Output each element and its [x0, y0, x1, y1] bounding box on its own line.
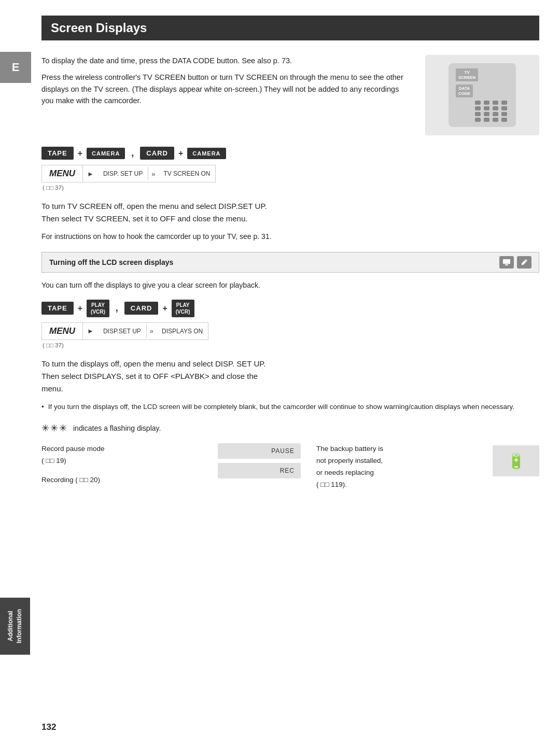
remote-illustration: TV SCREEN DATA CODE: [425, 55, 539, 135]
menu-item-disp-setup-2: DISP.SET UP: [98, 324, 147, 338]
remote-label-row: TV SCREEN: [456, 68, 509, 81]
remote-dot: [475, 112, 481, 116]
tape-button-2: TAPE: [41, 302, 74, 315]
remote-dot: [501, 101, 507, 105]
menu-arrow-2: ►: [83, 324, 98, 338]
remote-buttons-grid: [475, 101, 509, 122]
menu-item-displays: DISPLAYS ON: [157, 324, 208, 338]
pencil-icon: [520, 258, 528, 266]
comma-1: ,: [131, 148, 134, 159]
additional-info-text: AdditionalInformation: [6, 609, 24, 643]
menu-arrow-1: ►: [83, 167, 98, 181]
tape-button-1: TAPE: [41, 147, 74, 160]
battery-text2: not properly installed,: [316, 455, 477, 467]
intro-text: To display the date and time, press the …: [41, 55, 413, 135]
remote-dot: [493, 118, 498, 122]
page-wrapper: E Screen Displays To display the date an…: [0, 0, 560, 748]
additional-info-sidebar: AdditionalInformation: [0, 598, 30, 655]
plus-sign-2: +: [178, 149, 183, 158]
menu-sub-label-1: ( □□ 37): [43, 185, 539, 191]
bullet-text: If you turn the displays off, the LCD sc…: [48, 401, 514, 413]
monitor-icon: [502, 258, 511, 266]
lcd-section-title: Turning off the LCD screen displays: [49, 258, 173, 266]
battery-page-ref: ( □□ 119).: [316, 479, 477, 491]
menu-row-1: MENU ► DISP. SET UP » TV SCREEN ON: [41, 165, 216, 182]
remote-dot: [493, 101, 498, 105]
menu-section-1: MENU ► DISP. SET UP » TV SCREEN ON ( □□ …: [41, 165, 539, 191]
bottom-section: ✳✳✳ indicates a flashing display. Record…: [41, 422, 539, 491]
rec-display: REC: [218, 463, 301, 478]
svg-rect-0: [503, 259, 510, 264]
menu-sub-label-2: ( □□ 37): [43, 342, 539, 348]
plus-sign-3: +: [78, 304, 82, 313]
remote-data-code-label: DATA CODE: [456, 84, 473, 97]
page-title: Screen Displays: [51, 21, 530, 35]
intro-para2: Press the wireless controller's TV SCREE…: [41, 72, 413, 106]
plus-sign-1: +: [78, 149, 82, 158]
bottom-middle: PAUSE REC: [218, 443, 301, 478]
top-section: To display the date and time, press the …: [41, 55, 539, 135]
battery-icon-box: 🔋: [493, 445, 539, 476]
camera-button-1: CAMERA: [87, 148, 125, 159]
menu-section-2: MENU ► DISP.SET UP » DISPLAYS ON ( □□ 37…: [41, 322, 539, 348]
svg-rect-1: [505, 264, 508, 265]
bottom-info-row: Record pause mode ( □□ 19) Recording ( □…: [41, 443, 539, 491]
card-button-1: CARD: [140, 147, 174, 160]
remote-dot: [501, 118, 507, 122]
flash-symbol: ✳✳✳: [41, 422, 68, 434]
remote-tv-screen-label: TV SCREEN: [456, 68, 478, 81]
instruction-displays: To turn the displays off, open the menu …: [41, 358, 539, 395]
menu-item-tv-screen: TV SCREEN ON: [158, 167, 215, 180]
menu-item-disp-setup: DISP. SET UP: [98, 167, 148, 180]
page-number: 132: [41, 722, 56, 732]
bottom-left: Record pause mode ( □□ 19) Recording ( □…: [41, 443, 202, 486]
remote-body: TV SCREEN DATA CODE: [449, 63, 516, 127]
bullet-point: • If you turn the displays off, the LCD …: [41, 401, 539, 413]
flash-text: indicates a flashing display.: [73, 424, 161, 432]
remote-dot: [484, 106, 489, 110]
menu-arrow-right-1: »: [148, 167, 158, 181]
section-letter: E: [12, 61, 20, 74]
pause-display: PAUSE: [218, 443, 301, 459]
button-row-1: TAPE + CAMERA , CARD + CAMERA: [41, 147, 539, 160]
menu-label-2: MENU: [42, 323, 83, 340]
instruction-hook-up: For instructions on how to hook the camc…: [41, 231, 539, 243]
battery-text3: or needs replacing: [316, 467, 477, 479]
remote-dot: [475, 101, 481, 105]
remote-dot: [475, 106, 481, 110]
pencil-icon-box: [517, 256, 531, 269]
battery-text1: The backup battery is: [316, 443, 477, 455]
page-title-banner: Screen Displays: [41, 16, 539, 40]
bottom-right: The backup battery is not properly insta…: [316, 443, 477, 491]
remote-dot: [484, 118, 489, 122]
remote-dot: [493, 112, 498, 116]
lcd-section-icons: [499, 256, 531, 269]
remote-data-code-row: DATA CODE: [456, 84, 509, 97]
remote-dot: [493, 106, 498, 110]
card-button-2: CARD: [124, 302, 159, 315]
section-e-label: E: [0, 52, 31, 83]
lcd-icon-box: [499, 256, 514, 269]
plus-sign-4: +: [162, 304, 167, 313]
record-pause-label: Record pause mode: [41, 443, 202, 455]
flash-indicator: ✳✳✳ indicates a flashing display.: [41, 422, 539, 434]
camera-button-2: CAMERA: [187, 148, 226, 159]
remote-dot: [484, 101, 489, 105]
play-vcr-button-2: PLAY(VCR): [172, 300, 194, 317]
remote-dot: [475, 118, 481, 122]
comma-2: ,: [116, 303, 118, 314]
menu-label-1: MENU: [42, 165, 83, 182]
lcd-section-intro: You can turn off the displays to give yo…: [41, 280, 539, 291]
remote-dot: [501, 112, 507, 116]
menu-arrow-right-2: »: [147, 324, 157, 338]
instruction-tv-screen: To turn TV SCREEN off, open the menu and…: [41, 200, 539, 225]
recording-label: Recording ( □□ 20): [41, 474, 202, 486]
battery-icon: 🔋: [507, 453, 525, 470]
button-row-2: TAPE + PLAY(VCR) , CARD + PLAY(VCR): [41, 300, 539, 317]
remote-dot: [484, 112, 489, 116]
record-pause-page-ref: ( □□ 19): [41, 455, 202, 467]
remote-dot: [501, 106, 507, 110]
play-vcr-button-1: PLAY(VCR): [87, 300, 109, 317]
menu-row-2: MENU ► DISP.SET UP » DISPLAYS ON: [41, 322, 208, 340]
lcd-section-box: Turning off the LCD screen displays: [41, 252, 539, 273]
